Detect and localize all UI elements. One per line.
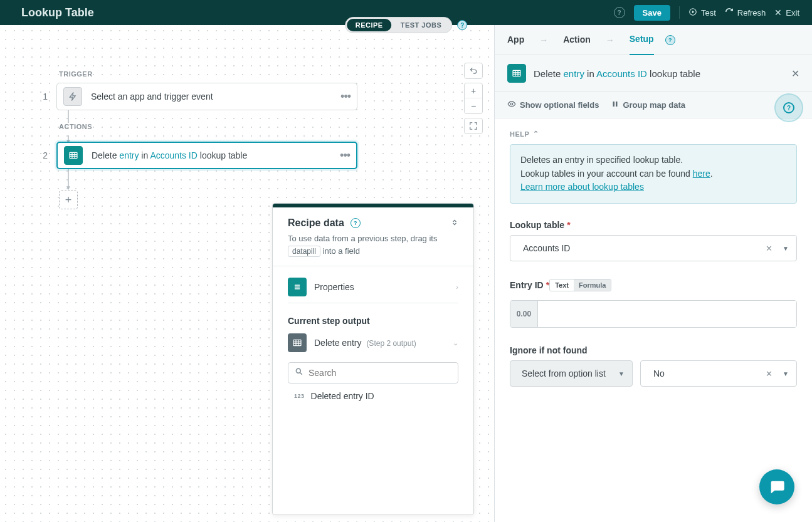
svg-line-15	[300, 373, 302, 375]
svg-rect-22	[613, 102, 615, 107]
refresh-icon	[725, 8, 734, 18]
step-menu-icon[interactable]: •••	[340, 90, 351, 103]
entry-id-field: Entry ID* Text Formula 0.00	[510, 279, 797, 328]
trigger-section-label: TRIGGER	[59, 70, 390, 78]
help-icon[interactable]: ?	[614, 7, 625, 18]
config-panel: App → Action → Setup ? Delete entry in A…	[494, 25, 812, 522]
zoom-out-button[interactable]: −	[465, 98, 482, 113]
undo-button[interactable]	[465, 63, 482, 78]
fit-to-screen-button[interactable]	[465, 118, 482, 133]
crumb-setup[interactable]: Setup	[630, 25, 654, 55]
clear-icon[interactable]: ✕	[766, 369, 772, 378]
step-1-row: 1 Select an app and trigger event •••	[39, 83, 390, 110]
crumb-app[interactable]: App	[507, 34, 524, 46]
zoom-in-button[interactable]: +	[465, 83, 482, 98]
properties-row[interactable]: Properties ›	[288, 271, 458, 303]
step-number: 1	[39, 91, 48, 102]
chevron-down-icon: ▼	[618, 370, 625, 377]
field-label: Ignore if not found	[510, 345, 797, 355]
eye-icon	[507, 100, 516, 110]
datapill-chip: datapill	[288, 246, 320, 257]
panel-crumbs: App → Action → Setup ?	[495, 25, 812, 55]
mode-text[interactable]: Text	[550, 279, 574, 291]
ignore-mode-select[interactable]: Select from option list ▼	[510, 360, 633, 387]
chevron-down-icon: ▼	[783, 370, 789, 377]
save-button[interactable]: Save	[634, 5, 670, 21]
columns-icon	[611, 100, 619, 110]
help-icon[interactable]: ?	[665, 35, 675, 45]
exit-button[interactable]: ✕ Exit	[774, 8, 799, 18]
group-map-button[interactable]: Group map data	[611, 100, 685, 110]
show-optional-button[interactable]: Show optional fields	[507, 100, 599, 110]
input-mode-toggle: Text Formula	[549, 279, 611, 291]
close-icon: ✕	[774, 8, 782, 18]
test-button[interactable]: Test	[688, 8, 716, 18]
collapse-icon[interactable]	[451, 218, 458, 229]
svg-rect-9	[293, 340, 301, 345]
here-link[interactable]: here	[693, 169, 710, 179]
number-type-icon: 123	[294, 393, 305, 399]
close-panel-button[interactable]: ✕	[791, 68, 799, 80]
lookup-table-select[interactable]: Accounts ID ✕ ▼	[510, 235, 797, 261]
step-number: 2	[39, 150, 48, 160]
refresh-button[interactable]: Refresh	[725, 8, 766, 18]
play-icon	[688, 8, 697, 18]
search-input[interactable]	[308, 368, 451, 378]
trigger-text: Select an app and trigger event	[91, 91, 213, 102]
list-icon	[288, 278, 307, 296]
pill-tabs: RECIPE TEST JOBS ?	[345, 17, 468, 33]
tab-test-jobs[interactable]: TEST JOBS	[392, 19, 451, 31]
number-format-icon: 0.00	[510, 301, 538, 327]
mode-formula[interactable]: Formula	[574, 279, 611, 291]
lookup-table-icon	[288, 333, 307, 352]
entry-id-input[interactable]	[538, 301, 796, 327]
recipe-data-panel: Recipe data ? To use data from a previou…	[272, 203, 474, 515]
trigger-step-card[interactable]: Select an app and trigger event •••	[56, 83, 357, 110]
help-icon: ?	[783, 102, 794, 113]
field-label: Lookup table*	[510, 220, 797, 230]
help-section-toggle[interactable]: HELP ⌃	[510, 130, 797, 138]
crumb-action[interactable]: Action	[563, 34, 591, 46]
search-input-wrapper[interactable]	[288, 362, 458, 384]
panel-title: Delete entry in Accounts ID lookup table	[534, 68, 700, 79]
search-icon	[295, 367, 303, 378]
pill-help-icon[interactable]: ?	[457, 20, 467, 30]
svg-rect-23	[616, 102, 618, 107]
highlighted-help-button[interactable]: ?	[776, 95, 802, 121]
divider	[679, 6, 680, 19]
arrow-right-icon: →	[606, 35, 614, 45]
ignore-field: Ignore if not found Select from option l…	[510, 345, 797, 387]
recipe-canvas: + − TRIGGER 1 Select an app and trigger …	[0, 25, 494, 522]
add-step-button[interactable]: +	[59, 191, 78, 209]
chevron-up-icon: ⌃	[533, 130, 539, 138]
action-step-card[interactable]: Delete entry in Accounts ID lookup table…	[56, 142, 357, 169]
recipe-data-title: Recipe data	[288, 217, 344, 229]
recipe-jobs-toggle: RECIPE TEST JOBS	[345, 17, 453, 33]
tab-recipe[interactable]: RECIPE	[347, 19, 392, 31]
lookup-table-icon	[507, 64, 526, 83]
arrow-right-icon: →	[539, 35, 548, 45]
svg-rect-1	[70, 152, 77, 158]
entry-id-input-wrapper: 0.00	[510, 300, 797, 328]
top-actions: ? Save Test Refresh ✕ Exit	[614, 5, 799, 21]
svg-point-14	[296, 368, 300, 373]
output-row[interactable]: Delete entry (Step 2 output) ⌄	[288, 333, 458, 352]
page-title: Lookup Table	[21, 6, 94, 19]
svg-rect-16	[513, 70, 520, 76]
trigger-icon	[63, 87, 82, 106]
help-box: Deletes an entry in specified lookup tab…	[510, 144, 797, 204]
output-item[interactable]: 123 Deleted entry ID	[288, 384, 458, 401]
chevron-down-icon: ⌄	[453, 339, 458, 347]
panel-toolbar: Show optional fields Group map data ?	[495, 92, 812, 118]
canvas-controls: + −	[464, 63, 483, 138]
panel-form: HELP ⌃ Deletes an entry in specified loo…	[495, 118, 812, 415]
step-menu-icon[interactable]: •••	[340, 149, 350, 162]
recipe-steps: TRIGGER 1 Select an app and trigger even…	[39, 70, 390, 209]
ignore-value-select[interactable]: No ✕ ▼	[640, 360, 797, 387]
clear-icon[interactable]: ✕	[766, 244, 772, 253]
current-step-output-heading: Current step output	[288, 316, 458, 326]
help-icon[interactable]: ?	[351, 218, 361, 228]
step-2-row: 2 Delete entry in Accounts ID lookup tab…	[39, 142, 390, 169]
learn-more-link[interactable]: Learn more about lookup tables	[520, 182, 644, 192]
chat-button[interactable]	[759, 469, 794, 504]
